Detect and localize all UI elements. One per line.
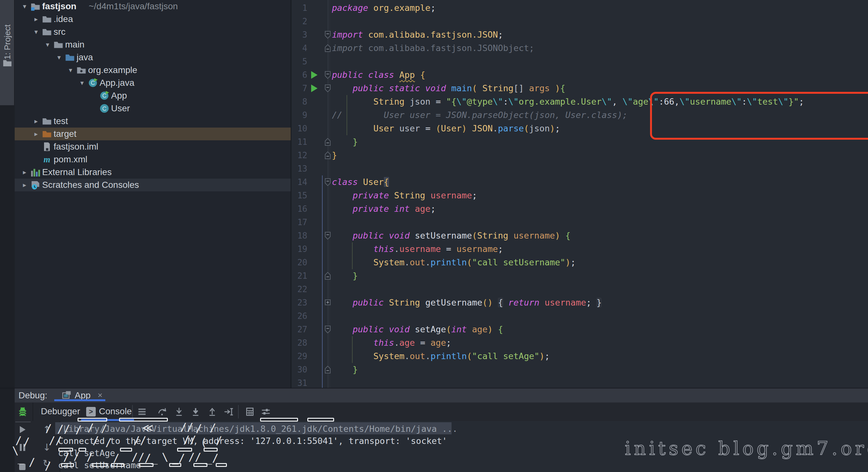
chevron-down-icon[interactable]: ▾ <box>54 51 64 64</box>
code-line: } <box>332 148 337 162</box>
project-tree-panel[interactable]: ▾fastjson~/d4m1ts/java/fastjson▸.idea▾sr… <box>15 0 291 389</box>
fold-marker-plus[interactable] <box>324 299 331 307</box>
toolbar-separator <box>238 405 239 418</box>
code-line: System.out.println("call setAge"); <box>332 349 550 363</box>
line-number: 2 <box>291 15 307 28</box>
tree-row-app-java[interactable]: ▾CApp.java <box>15 76 291 89</box>
chevron-down-icon[interactable]: ▾ <box>77 76 87 89</box>
code-line: this.age = age; <box>332 336 451 349</box>
chevron-right-icon[interactable]: ▸ <box>20 178 29 191</box>
line-number: 27 <box>291 323 307 336</box>
step-into-button[interactable] <box>174 407 184 416</box>
tree-row-main[interactable]: ▾main <box>15 38 291 51</box>
toolbar-separator <box>33 402 33 421</box>
tree-row-user[interactable]: CUser <box>15 102 291 115</box>
tree-row-fastjson[interactable]: ▾fastjson~/d4m1ts/java/fastjson <box>15 0 291 13</box>
step-out-button[interactable] <box>208 407 217 416</box>
libraries-icon <box>31 167 40 177</box>
fold-marker-up[interactable] <box>324 151 331 160</box>
console-line: call setUsername <box>58 459 141 471</box>
rerun-button[interactable]: ↻ <box>43 459 51 468</box>
evaluate-expression-button[interactable] <box>245 407 255 416</box>
line-number: 30 <box>291 363 307 376</box>
tree-row-pom-xml[interactable]: mpom.xml <box>15 153 291 166</box>
tree-row-src[interactable]: ▾src <box>15 26 291 38</box>
code-line: } <box>332 363 358 376</box>
tree-row-label: org.example <box>88 64 137 76</box>
tree-row-fastjson-iml[interactable]: fastjson.iml <box>15 140 291 153</box>
fold-marker-up[interactable] <box>324 366 331 374</box>
fold-marker-down[interactable] <box>324 84 331 93</box>
run-button[interactable] <box>311 71 317 79</box>
tree-row-target[interactable]: ▸target <box>15 128 291 140</box>
ide-window: 1: Project ▾fastjson~/d4m1ts/java/fastjs… <box>0 0 868 472</box>
code-line: this.username = username; <box>332 242 503 256</box>
stop-button[interactable] <box>19 464 26 470</box>
active-tab-underline <box>54 399 105 401</box>
tree-row-app[interactable]: CApp <box>15 89 291 102</box>
tree-row-scratches-and-consoles[interactable]: ▸Scratches and Consoles <box>15 178 291 191</box>
tab-console[interactable]: Console <box>99 406 132 416</box>
run-button[interactable] <box>311 85 317 92</box>
tree-row-label: src <box>54 26 65 38</box>
tree-row-label: target <box>54 128 76 140</box>
fold-marker-down[interactable] <box>324 325 331 334</box>
chevron-down-icon[interactable]: ▾ <box>31 26 41 38</box>
tree-row-java[interactable]: ▾java <box>15 51 291 64</box>
code-line: public void setUsername(String username)… <box>332 229 570 242</box>
fold-marker-down[interactable] <box>324 31 331 39</box>
tree-row-external-libraries[interactable]: ▸External Libraries <box>15 166 291 178</box>
run-to-cursor-button[interactable] <box>224 407 234 416</box>
fold-scope-guide <box>322 175 322 389</box>
chevron-right-icon[interactable]: ▸ <box>20 166 29 178</box>
fold-marker-up[interactable] <box>324 272 331 280</box>
step-up-button[interactable]: ↑ <box>43 425 51 434</box>
line-number: 7 <box>291 82 307 95</box>
folder-icon <box>54 40 63 49</box>
line-number: 16 <box>291 202 307 215</box>
line-number: 1 <box>291 1 307 15</box>
tree-row-label: fastjson.iml <box>54 140 98 153</box>
tab-debugger[interactable]: Debugger <box>41 406 80 416</box>
chevron-right-icon[interactable]: ▸ <box>31 128 41 140</box>
tree-row-org-example[interactable]: ▾org.example <box>15 64 291 76</box>
chevron-down-icon[interactable]: ▾ <box>66 64 75 76</box>
project-tool-window-button[interactable]: 1: Project <box>0 0 14 105</box>
show-layout-button[interactable] <box>137 407 147 416</box>
force-step-into-button[interactable] <box>191 407 200 416</box>
chevron-down-icon[interactable]: ▾ <box>20 0 29 13</box>
tree-row-test[interactable]: ▸test <box>15 115 291 128</box>
tree-row-label: pom.xml <box>54 153 87 166</box>
pause-button[interactable] <box>19 444 26 451</box>
folder-icon <box>42 116 52 126</box>
fold-marker-down[interactable] <box>324 178 331 186</box>
view-options-button[interactable] <box>261 407 271 416</box>
code-editor[interactable]: 1234567891011121314151617181920212223262… <box>291 0 868 389</box>
svg-text:C: C <box>102 106 106 112</box>
fold-marker-down[interactable] <box>324 71 331 79</box>
fold-marker-up[interactable] <box>324 138 331 146</box>
tree-row-label: User <box>111 102 130 115</box>
code-line: class User{ <box>332 175 389 189</box>
chevron-right-icon[interactable]: ▸ <box>31 115 41 128</box>
chevron-right-icon[interactable]: ▸ <box>31 13 41 26</box>
tree-row-label: fastjson <box>42 0 76 13</box>
step-down-button[interactable]: ↓ <box>43 443 51 452</box>
fold-marker-down[interactable] <box>324 232 331 240</box>
line-number: 20 <box>291 256 307 269</box>
close-icon[interactable]: × <box>98 390 102 400</box>
toolbar-separator <box>132 405 133 418</box>
code-line: } <box>332 135 358 148</box>
chevron-down-icon[interactable]: ▾ <box>43 38 52 51</box>
line-number: 28 <box>291 336 307 349</box>
fold-marker-up[interactable] <box>324 44 331 52</box>
tree-row--idea[interactable]: ▸.idea <box>15 13 291 26</box>
class-run-icon: C <box>99 91 109 100</box>
step-over-button[interactable] <box>158 407 167 416</box>
resume-button[interactable] <box>20 426 26 433</box>
line-number: 13 <box>291 162 307 175</box>
iml-file-icon <box>42 142 52 151</box>
folder-blue-icon <box>65 53 75 62</box>
indent-guide <box>347 95 347 135</box>
svg-text:m: m <box>43 155 50 164</box>
